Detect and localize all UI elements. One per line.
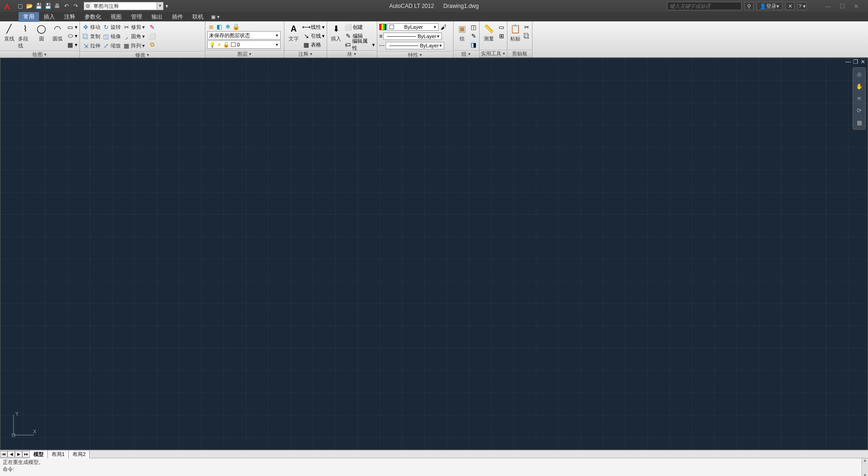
stretch-button[interactable]: ⇲拉伸 [82,41,100,50]
calc-button[interactable]: ⊞ [498,32,505,40]
tab-parametric[interactable]: 参数化 [80,12,106,22]
offset-button[interactable]: ⧉ [148,40,156,49]
group-sel-button[interactable]: ◨ [470,40,477,49]
panel-draw-title[interactable]: 绘图▼ [0,51,79,58]
help-button[interactable]: ? ▾ [797,2,807,10]
tab-next-button[interactable]: ▶ [15,451,22,457]
paste-button[interactable]: 📋粘贴 [509,23,521,42]
panel-group-title[interactable]: 组▼ [454,50,479,58]
layer-state-combo[interactable]: 未保存的图层状态 ▼ [207,31,281,40]
open-icon[interactable]: 📂 [25,2,33,10]
save-icon[interactable]: 💾 [34,2,43,10]
zoom-extents-button[interactable]: ⤧ [855,94,864,103]
table-button[interactable]: ▦表格 [302,40,325,49]
exchange-button[interactable]: ✕ [785,2,795,10]
orbit-button[interactable]: ⟳ [855,106,864,115]
layer-props-button[interactable]: ≣ [207,23,215,30]
color-combo[interactable]: ByLayer▼ 🖌 [379,23,447,31]
infocenter-search[interactable] [667,2,742,10]
mirror-button[interactable]: ◫镜像 [102,32,121,40]
cut-button[interactable]: ✂ [523,23,530,31]
create-block-button[interactable]: ⬜创建 [344,23,375,31]
explode-button[interactable]: ⬜ [148,32,156,40]
circle-button[interactable]: ◯圆 [34,23,49,42]
tab-layout2[interactable]: 布局2 [68,450,90,458]
tab-manage[interactable]: 管理 [126,12,147,22]
panel-layers-title[interactable]: 图层▼ [205,50,284,58]
pan-button[interactable]: ✋ [855,82,864,91]
select-button[interactable]: ▭ [498,23,505,31]
redo-icon[interactable]: ↷ [72,2,80,10]
tab-annotate[interactable]: 注释 [59,12,80,22]
tab-model[interactable]: 模型 [29,450,48,458]
erase-button[interactable]: ✎ [148,23,156,31]
panel-annotation-title[interactable]: 注释▼ [284,50,327,58]
scale-button[interactable]: ⤢缩放 [102,41,121,50]
match-props-button[interactable]: 🖌 [440,23,447,31]
workspace-selector[interactable]: ⚙ ▼ [84,2,164,10]
group-edit-button[interactable]: ✎ [470,32,477,40]
tab-addins[interactable]: 插件 [167,12,188,22]
undo-icon[interactable]: ↶ [62,2,71,10]
chevron-down-icon[interactable]: ▼ [157,2,163,10]
lineweight-combo[interactable]: ≡ ByLayer▼ [379,32,442,40]
linear-dim-button[interactable]: ⟷线性 ▾ [302,23,325,31]
ribbon-min-icon[interactable]: ▣ ▾ [211,14,220,20]
drawing-area[interactable]: — ❐ ✕ Y X ◎ ✋ ⤧ ⟳ ▦ [0,58,868,450]
leader-button[interactable]: ↘引线 ▾ [302,32,325,40]
layer-iso-button[interactable]: ◧ [216,23,223,30]
linetype-combo[interactable]: ⋯ ByLayer▼ [379,41,444,50]
group-button[interactable]: ▣组 [455,23,468,42]
polyline-button[interactable]: ⌇多段线 [18,23,33,49]
full-nav-wheel-button[interactable]: ◎ [855,70,864,79]
copy-button[interactable]: ⿻复制 [82,32,100,40]
copy-clip-button[interactable]: ⿻ [523,32,530,40]
tab-home[interactable]: 常用 [19,12,39,22]
trim-button[interactable]: ✂修剪 ▾ [123,23,145,31]
workspace-input[interactable] [92,2,157,10]
tab-insert[interactable]: 插入 [39,12,59,22]
search-button[interactable]: ⚲ [744,2,754,10]
ungroup-button[interactable]: ◫ [470,23,477,31]
panel-utilities-title[interactable]: 实用工具▼ [480,50,507,57]
layer-combo[interactable]: 💡 ☀ 🔓 0 ▼ [207,40,281,49]
tab-prev-button[interactable]: ◀ [7,451,15,457]
hatch-button[interactable]: ▦▾ [66,40,78,49]
app-menu-button[interactable] [0,0,14,12]
line-button[interactable]: ╱直线 [2,23,17,42]
tab-online[interactable]: 联机 [188,12,208,22]
panel-block-title[interactable]: 块▼ [327,50,377,58]
qat-dropdown[interactable]: ▾ [165,3,168,9]
array-button[interactable]: ▦阵列 ▾ [123,41,145,50]
arc-button[interactable]: ◠圆弧 [50,23,65,42]
ellipse-button[interactable]: ⬭▾ [66,32,78,40]
search-input[interactable] [668,3,741,9]
tab-last-button[interactable]: ⏭ [22,451,30,457]
move-button[interactable]: ✥移动 [82,23,100,31]
insert-button[interactable]: ⬇插入 [329,23,343,42]
showmotion-button[interactable]: ▦ [855,118,864,127]
command-scrollbar[interactable]: ▲▼ [861,458,868,476]
doc-close-button[interactable]: ✕ [860,59,866,65]
tab-layout1[interactable]: 布局1 [47,450,69,458]
edit-attr-button[interactable]: 🏷编辑属性 ▾ [344,40,375,49]
text-button[interactable]: A文字 [286,23,301,42]
rotate-button[interactable]: ↻旋转 [102,23,121,31]
tab-view[interactable]: 视图 [106,12,126,22]
measure-button[interactable]: 📏测量 [481,23,496,42]
fillet-button[interactable]: ◞圆角 ▾ [123,32,145,40]
print-icon[interactable]: 🖶 [53,2,61,10]
rect-button[interactable]: ▭▾ [66,23,78,31]
close-button[interactable]: ✕ [854,3,859,10]
doc-restore-button[interactable]: ❐ [852,59,859,65]
signin-button[interactable]: 👤 登录 ▾ [756,2,783,10]
maximize-button[interactable]: ☐ [840,3,845,10]
tab-first-button[interactable]: ⏮ [0,451,7,457]
doc-minimize-button[interactable]: — [845,59,851,65]
new-icon[interactable]: ▢ [16,2,24,10]
tab-output[interactable]: 输出 [147,12,167,22]
layer-freeze-button[interactable]: ❄ [224,23,231,30]
layer-lock-button[interactable]: 🔒 [232,23,240,30]
saveas-icon[interactable]: 💾 [44,2,52,10]
minimize-button[interactable]: — [825,3,831,10]
